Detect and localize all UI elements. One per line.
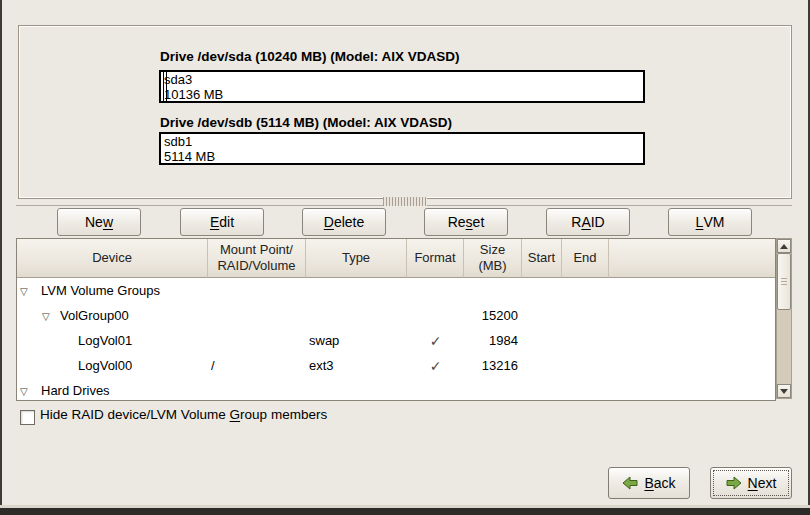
scroll-up-button[interactable] (777, 239, 791, 253)
window-border-bottom (0, 508, 810, 515)
device-cell: ▽VolGroup00 (17, 308, 208, 323)
hide-members-checkbox[interactable] (20, 410, 35, 425)
vertical-scrollbar[interactable] (776, 238, 792, 399)
device-name: VolGroup00 (60, 308, 129, 323)
column-header-label: Start (528, 250, 555, 266)
back-button-label: Back (644, 475, 675, 491)
partition-table: DeviceMount Point/RAID/VolumeTypeFormatS… (16, 238, 776, 401)
table-row[interactable]: LogVol01swap✓1984 (17, 328, 775, 353)
partition-divider (163, 72, 164, 101)
partition-divider (166, 72, 167, 101)
type-cell: swap (306, 333, 407, 348)
column-header[interactable]: Start (522, 239, 562, 278)
column-header[interactable]: Type (306, 239, 407, 278)
column-header-label: Type (342, 250, 370, 266)
device-cell: ▽Hard Drives (17, 383, 208, 398)
table-row[interactable]: LogVol00/ext3✓13216 (17, 353, 775, 378)
device-name: LVM Volume Groups (41, 283, 160, 298)
type-cell: ext3 (306, 358, 407, 373)
column-header[interactable]: End (562, 239, 609, 278)
scrollbar-thumb[interactable] (777, 253, 791, 310)
drive-sdb-title: Drive /dev/sdb (5114 MB) (Model: AIX VDA… (160, 115, 452, 130)
device-cell: ▽LVM Volume Groups (17, 283, 208, 298)
column-header-label: End (573, 250, 596, 266)
device-name: LogVol01 (78, 333, 132, 348)
next-arrow-icon (726, 475, 742, 491)
next-button-label: Next (748, 475, 777, 491)
column-header[interactable]: Size(MB) (464, 239, 522, 278)
scroll-down-button[interactable] (777, 384, 791, 398)
table-row[interactable]: ▽VolGroup0015200 (17, 303, 775, 328)
table-row[interactable]: ▽Hard Drives (17, 378, 775, 400)
column-header[interactable] (609, 239, 775, 278)
column-header-label: (MB) (478, 258, 506, 274)
lvm-button[interactable]: LVM (668, 208, 752, 236)
column-header-label: Mount Point/ (220, 242, 293, 258)
column-header[interactable]: Format (407, 239, 464, 278)
column-header-label: RAID/Volume (217, 258, 295, 274)
edit-button[interactable]: Edit (180, 208, 264, 236)
device-cell: LogVol00 (17, 358, 208, 373)
partition-sdb1-label: sdb15114 MB (164, 134, 215, 164)
partitioning-screen: Drive /dev/sda (10240 MB) (Model: AIX VD… (0, 0, 810, 515)
column-header-label: Format (414, 250, 455, 266)
size-cell: 1984 (464, 333, 522, 348)
table-row[interactable]: ▽LVM Volume Groups (17, 278, 775, 303)
hide-members-label[interactable]: Hide RAID device/LVM Volume Group member… (40, 407, 327, 422)
expander-icon[interactable]: ▽ (20, 386, 41, 397)
size-cell: 13216 (464, 358, 522, 373)
next-button[interactable]: Next (710, 467, 792, 499)
table-header-row: DeviceMount Point/RAID/VolumeTypeFormatS… (17, 239, 775, 278)
partition-sda3-label: sda310136 MB (164, 72, 223, 102)
table-rows: ▽LVM Volume Groups▽VolGroup0015200LogVol… (17, 278, 775, 400)
expander-icon[interactable]: ▽ (42, 311, 60, 322)
new-button[interactable]: New (57, 208, 141, 236)
column-header[interactable]: Mount Point/RAID/Volume (208, 239, 306, 278)
back-arrow-icon (622, 475, 638, 491)
drive-sdb-bar[interactable]: sdb15114 MB (159, 132, 645, 165)
scrollbar-track[interactable] (777, 253, 791, 384)
device-name: Hard Drives (41, 383, 110, 398)
drive-sda-bar[interactable]: sda310136 MB (159, 70, 645, 103)
reset-button[interactable]: Reset (424, 208, 508, 236)
back-button[interactable]: Back (608, 467, 690, 499)
column-header-label: Device (92, 250, 132, 266)
column-header[interactable]: Device (17, 239, 208, 278)
expander-icon[interactable]: ▽ (20, 286, 41, 297)
format-cell: ✓ (407, 333, 464, 349)
drive-sda-title: Drive /dev/sda (10240 MB) (Model: AIX VD… (160, 49, 460, 64)
pane-resize-handle[interactable] (383, 197, 427, 206)
format-cell: ✓ (407, 358, 464, 374)
column-header-label: Size (480, 242, 505, 258)
device-cell: LogVol01 (17, 333, 208, 348)
raid-button[interactable]: RAID (546, 208, 630, 236)
size-cell: 15200 (464, 308, 522, 323)
scroll-up-icon (780, 244, 788, 249)
device-name: LogVol00 (78, 358, 132, 373)
scroll-down-icon (780, 389, 788, 394)
mount-point-cell: / (208, 358, 306, 373)
window-border-left (0, 0, 2, 515)
delete-button[interactable]: Delete (302, 208, 386, 236)
